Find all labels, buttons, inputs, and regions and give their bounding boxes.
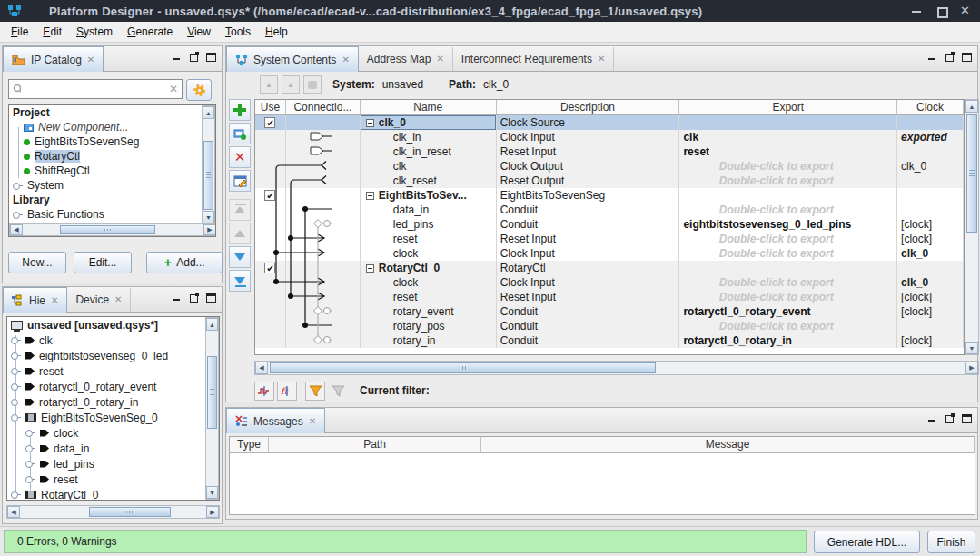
- scroll-down-button[interactable]: ▼: [203, 211, 214, 223]
- table-row[interactable]: clk_0 Clock Source: [255, 115, 964, 130]
- expand-handle-icon[interactable]: [25, 460, 35, 468]
- tree-item-new-component[interactable]: New Component...: [9, 120, 215, 134]
- tree-item-shiftregctl[interactable]: ShiftRegCtl: [9, 164, 215, 178]
- panel-maximize-icon[interactable]: [206, 293, 216, 303]
- table-row[interactable]: clock Clock Input Double-click to export…: [255, 275, 964, 290]
- filter-button[interactable]: [305, 382, 325, 401]
- table-row[interactable]: clock Clock Input Double-click to export…: [255, 246, 964, 261]
- menu-tools[interactable]: Tools: [218, 24, 258, 40]
- expand-handle-icon[interactable]: [11, 398, 21, 406]
- hierarchy-item-rotary-in[interactable]: rotaryctl_0_rotary_in: [7, 394, 219, 410]
- tab-close-icon[interactable]: ✕: [51, 296, 58, 305]
- scrollbar-thumb[interactable]: [60, 225, 155, 234]
- table-horizontal-scrollbar[interactable]: ◀ ▶: [254, 361, 979, 375]
- table-row[interactable]: led_pins Conduit eightbitstosevenseg_0_l…: [255, 217, 964, 232]
- move-up-button[interactable]: [229, 223, 251, 244]
- new-component-button[interactable]: New...: [8, 252, 66, 273]
- table-row[interactable]: EightBitsToSev... EightBitsToSevenSeg: [255, 188, 964, 203]
- menu-file[interactable]: File: [4, 24, 35, 40]
- table-row[interactable]: clk_in_reset Reset Input reset: [255, 144, 964, 159]
- expand-handle-icon[interactable]: [11, 336, 21, 344]
- refresh-button[interactable]: [303, 75, 322, 94]
- window-minimize-button[interactable]: [911, 5, 922, 16]
- hierarchy-horizontal-scrollbar[interactable]: ◀ ▶: [6, 505, 220, 519]
- ip-catalog-settings-button[interactable]: [186, 79, 212, 101]
- table-row[interactable]: clk_in Clock Input clk exported: [255, 130, 964, 144]
- collapse-icon[interactable]: [366, 119, 374, 127]
- expand-handle-icon[interactable]: [25, 444, 35, 452]
- remove-component-button[interactable]: ✕: [229, 146, 251, 168]
- ip-tree-horizontal-scrollbar[interactable]: ◀ ▶: [9, 223, 216, 236]
- menu-view[interactable]: View: [180, 24, 218, 40]
- scrollbar-thumb[interactable]: [89, 507, 171, 517]
- table-row[interactable]: rotary_event Conduit rotaryctl_0_rotary_…: [255, 304, 964, 319]
- scroll-down-button[interactable]: ▼: [206, 486, 218, 499]
- panel-float-icon[interactable]: [190, 294, 198, 303]
- hierarchy-item-rotary-event[interactable]: rotaryctl_0_rotary_event: [7, 379, 219, 394]
- hierarchy-item-led-pins[interactable]: led_pins: [7, 456, 219, 472]
- table-row[interactable]: clk Clock Output Double-click to export …: [255, 159, 964, 174]
- finish-button[interactable]: Finish: [927, 531, 975, 553]
- column-name[interactable]: Name: [361, 100, 497, 114]
- tree-item-system[interactable]: System: [9, 178, 215, 193]
- window-close-button[interactable]: ✕: [960, 5, 971, 16]
- scroll-down-button[interactable]: ▼: [965, 342, 978, 354]
- hierarchy-vertical-scrollbar[interactable]: ▲ ▼: [205, 317, 219, 500]
- hierarchy-item-reset[interactable]: reset: [7, 363, 219, 379]
- expand-handle-icon[interactable]: [11, 382, 21, 391]
- menu-system[interactable]: System: [69, 24, 120, 40]
- scroll-right-button[interactable]: ▶: [965, 362, 978, 374]
- edit-component-button[interactable]: Edit...: [74, 252, 132, 273]
- move-top-button[interactable]: [229, 199, 251, 221]
- panel-minimize-icon[interactable]: [927, 53, 937, 62]
- column-message[interactable]: Message: [481, 437, 975, 452]
- show-signals-button[interactable]: [254, 382, 274, 401]
- tab-messages[interactable]: Messages ✕: [226, 408, 325, 433]
- move-down-button[interactable]: [229, 246, 251, 268]
- panel-maximize-icon[interactable]: [962, 414, 972, 423]
- hierarchy-module-eightbits[interactable]: EightBitsToSevenSeg_0: [7, 410, 219, 425]
- tab-system-contents[interactable]: System Contents ✕: [226, 46, 359, 72]
- scrollbar-thumb[interactable]: [966, 114, 977, 233]
- collapse-all-button[interactable]: ▲: [260, 75, 278, 94]
- expand-handle-icon[interactable]: [13, 211, 23, 219]
- tab-hierarchy[interactable]: Hie ✕: [3, 287, 67, 313]
- expand-handle-icon[interactable]: [11, 367, 21, 375]
- panel-float-icon[interactable]: [945, 54, 954, 62]
- scroll-up-button[interactable]: ▲: [965, 100, 978, 113]
- menu-edit[interactable]: Edit: [35, 24, 69, 40]
- expand-handle-icon[interactable]: [25, 475, 35, 483]
- expand-handle-icon[interactable]: [25, 429, 35, 437]
- menu-generate[interactable]: Generate: [120, 24, 180, 40]
- tree-item-eightbitstosevenseg[interactable]: EightBitsToSevenSeg: [9, 134, 215, 149]
- scrollbar-thumb[interactable]: [270, 362, 656, 373]
- window-restore-button[interactable]: [935, 5, 946, 16]
- collapse-icon[interactable]: [366, 264, 374, 273]
- panel-maximize-icon[interactable]: [962, 53, 972, 62]
- panel-minimize-icon[interactable]: [172, 53, 182, 62]
- hierarchy-root[interactable]: unsaved [unsaved.qsys*]: [7, 317, 219, 333]
- hierarchy-item-led[interactable]: eightbitstosevenseg_0_led_: [7, 348, 219, 363]
- column-description[interactable]: Description: [497, 100, 680, 114]
- duplicate-component-button[interactable]: [229, 123, 251, 144]
- ip-search-box[interactable]: ✕: [8, 79, 183, 99]
- panel-minimize-icon[interactable]: [172, 293, 182, 303]
- scroll-right-button[interactable]: ▶: [206, 506, 219, 518]
- menu-help[interactable]: Help: [258, 24, 295, 40]
- tree-item-project[interactable]: Project: [9, 105, 215, 120]
- hierarchy-item-mod-reset[interactable]: reset: [7, 472, 219, 487]
- column-connections[interactable]: Connectio...: [286, 100, 361, 114]
- collapse-handle-icon[interactable]: [11, 413, 21, 422]
- column-clock[interactable]: Clock: [897, 100, 964, 114]
- scrollbar-thumb[interactable]: [207, 356, 217, 429]
- hierarchy-module-rotaryctl[interactable]: RotaryCtl_0: [7, 487, 219, 501]
- expand-all-button[interactable]: ▲: [282, 75, 300, 94]
- table-row[interactable]: reset Reset Input Double-click to export…: [255, 232, 964, 246]
- scroll-left-button[interactable]: ◀: [255, 362, 268, 374]
- scroll-left-button[interactable]: ◀: [7, 506, 20, 518]
- add-component-toolbar-button[interactable]: [229, 99, 251, 121]
- scrollbar-thumb[interactable]: [203, 141, 213, 210]
- scroll-up-button[interactable]: ▲: [203, 106, 214, 119]
- move-bottom-button[interactable]: [229, 270, 251, 292]
- collapse-icon[interactable]: [366, 192, 374, 200]
